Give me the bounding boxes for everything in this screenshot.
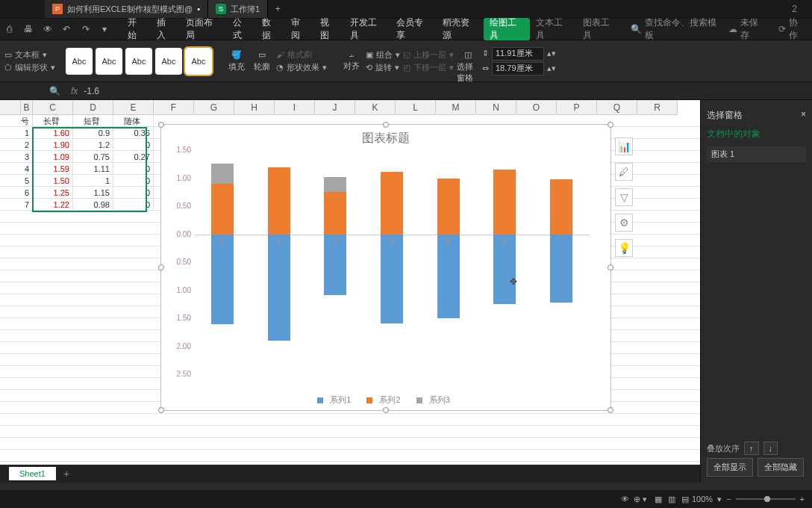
zoom-dropdown-icon[interactable]: 🔍: [45, 86, 65, 96]
doc-tab-2-label: 工作簿1: [231, 4, 260, 15]
unsaved-label[interactable]: ☁未保存: [722, 16, 772, 42]
view-pagebreak-icon[interactable]: ▥: [668, 495, 675, 504]
doc-tab-1[interactable]: P 如何利用EXCLE制作核型模式图@ •: [45, 0, 208, 18]
view-page-icon[interactable]: ▤: [681, 495, 689, 504]
menu-text[interactable]: 文本工具: [530, 18, 576, 40]
fx-label: fx: [65, 86, 84, 96]
chart-style-button[interactable]: 🖊: [615, 163, 633, 181]
zoom-control[interactable]: 100%▾ − +: [692, 495, 805, 504]
zoom-slider[interactable]: [736, 498, 796, 500]
selection-pane: 选择窗格× 文档中的对象 图表 1 叠放次序↑↓ 全部显示 全部隐藏: [700, 100, 812, 483]
chart-plot: 1.501.000.500.000.501.001.502.002.501234…: [194, 150, 590, 374]
style-swatch-5[interactable]: Abc: [185, 48, 212, 75]
rotate-button[interactable]: ⟲旋转▾: [366, 62, 400, 73]
show-all-button[interactable]: 全部显示: [707, 458, 753, 477]
redo-icon[interactable]: ↷: [78, 21, 93, 37]
chart-idea-button[interactable]: 💡: [615, 239, 633, 257]
chart-legend[interactable]: 系列1 系列2 系列3: [161, 394, 610, 406]
search-icon: 🔍: [631, 24, 642, 34]
save-icon[interactable]: ⎙: [1, 21, 17, 37]
menu-insert[interactable]: 插入: [151, 18, 180, 40]
menu-bar: ⎙ 🖶 👁 ↶ ↷ ▾ 开始 插入 页面布局 公式 数据 审阅 视图 开发工具 …: [0, 18, 812, 40]
height-input[interactable]: 11.91厘米: [492, 47, 544, 61]
zoom-value: 100%: [692, 495, 713, 504]
dropdown-icon[interactable]: ▾: [96, 21, 112, 37]
chart-settings-button[interactable]: ⚙: [615, 214, 633, 232]
style-swatch-2[interactable]: Abc: [96, 48, 122, 75]
group-button[interactable]: ▣组合▾: [366, 49, 400, 61]
sheet-icon: S: [216, 4, 226, 14]
shapefx-button[interactable]: ◔形状效果▾: [276, 62, 327, 73]
order-down-button[interactable]: ↓: [763, 442, 778, 455]
height-icon: ⇕: [482, 49, 489, 58]
worksheet-area[interactable]: B C D E F G H I J K L M N O P Q R 号长臂短臂随…: [0, 100, 700, 483]
menu-start[interactable]: 开始: [122, 18, 151, 40]
tab-dirty-dot: •: [197, 4, 200, 13]
ribbon: ▭文本框▾ ⬠编辑形状▾ Abc Abc Abc Abc Abc 🪣填充 ▭轮廓…: [0, 40, 812, 82]
chart-filter-button[interactable]: ▽: [615, 188, 633, 206]
sheet-tab-bar: Sheet1 +: [0, 465, 700, 483]
column-headers: B C D E F G H I J K L M N O P Q R: [0, 100, 678, 115]
menu-formula[interactable]: 公式: [227, 18, 256, 40]
editshape-label[interactable]: 编辑形状: [15, 62, 48, 73]
editshape-icon: ⬠: [4, 63, 12, 72]
doc-tab-2[interactable]: S 工作簿1: [208, 0, 268, 18]
fwd-button[interactable]: ◱上移一层▾: [403, 49, 454, 61]
zoom-out-button[interactable]: −: [726, 495, 731, 504]
zoom-in-button[interactable]: +: [800, 495, 805, 504]
coop-label[interactable]: ⟳协作: [772, 16, 812, 42]
print-icon[interactable]: 🖶: [20, 21, 36, 37]
view-normal-icon[interactable]: ▦: [655, 495, 662, 504]
chart-title[interactable]: 图表标题: [161, 125, 610, 152]
menu-skin[interactable]: 稻壳资源: [437, 18, 483, 40]
outline-icon: ▭: [258, 50, 266, 60]
menu-view[interactable]: 视图: [314, 18, 343, 40]
outline-button[interactable]: ▭轮廓: [251, 50, 273, 72]
search-placeholder: 查找命令、搜索模板: [645, 16, 722, 42]
chart-elements-button[interactable]: 📊: [615, 137, 633, 155]
menu-member[interactable]: 会员专享: [390, 18, 437, 40]
textbox-label[interactable]: 文本框: [15, 49, 40, 61]
pane-title: 选择窗格: [707, 109, 743, 122]
view-target-icon[interactable]: ⊕ ▾: [634, 495, 647, 504]
back-button[interactable]: ◰下移一层▾: [403, 62, 454, 73]
style-swatch-4[interactable]: Abc: [155, 48, 182, 75]
object-item-chart[interactable]: 图表 1: [707, 146, 806, 162]
pane-close-icon[interactable]: ×: [801, 109, 806, 122]
pane-objects-label: 文档中的对象: [707, 125, 806, 143]
textbox-icon: ▭: [4, 50, 12, 60]
sheet-tab-1[interactable]: Sheet1: [9, 467, 56, 480]
menu-chart[interactable]: 图表工具: [577, 18, 623, 40]
group-icon: ▣: [366, 50, 373, 60]
hide-all-button[interactable]: 全部隐藏: [758, 458, 804, 477]
status-bar: 👁 ⊕ ▾ ▦ ▥ ▤ 100%▾ − +: [0, 490, 812, 508]
menu-data[interactable]: 数据: [256, 18, 285, 40]
preview-icon[interactable]: 👁: [40, 21, 55, 37]
rotate-icon: ⟲: [366, 63, 372, 72]
undo-icon[interactable]: ↶: [58, 21, 74, 37]
view-eye-icon[interactable]: 👁: [621, 495, 629, 504]
new-tab-button[interactable]: +: [269, 1, 286, 17]
fill-button[interactable]: 🪣填充: [225, 50, 248, 72]
order-up-button[interactable]: ↑: [744, 442, 759, 455]
menu-dev[interactable]: 开发工具: [344, 18, 390, 40]
style-swatch-1[interactable]: Abc: [66, 48, 93, 75]
brush-icon: 🖌: [276, 50, 284, 59]
menu-review[interactable]: 审阅: [285, 18, 314, 40]
add-sheet-button[interactable]: +: [56, 468, 77, 480]
width-input[interactable]: 18.79厘米: [492, 62, 544, 75]
chart-side-buttons: 📊 🖊 ▽ ⚙ 💡: [615, 137, 633, 257]
style-swatch-3[interactable]: Abc: [125, 48, 152, 75]
menu-draw[interactable]: 绘图工具: [484, 18, 530, 40]
menu-layout[interactable]: 页面布局: [180, 18, 226, 40]
fmtpaint-button: 🖌格式刷: [276, 49, 327, 61]
selpane-button[interactable]: ◫选择窗格: [457, 50, 479, 72]
fx-icon: ◔: [276, 63, 284, 72]
chart-object[interactable]: 图表标题 1.501.000.500.000.501.001.502.002.5…: [160, 124, 611, 411]
formula-value[interactable]: -1.6: [84, 86, 99, 96]
top-right-badge: 2: [792, 4, 812, 14]
align-button[interactable]: ⫠对齐: [340, 50, 363, 72]
fill-icon: 🪣: [231, 50, 242, 60]
selpane-icon: ◫: [464, 50, 472, 60]
search-box[interactable]: 🔍查找命令、搜索模板: [631, 16, 722, 42]
